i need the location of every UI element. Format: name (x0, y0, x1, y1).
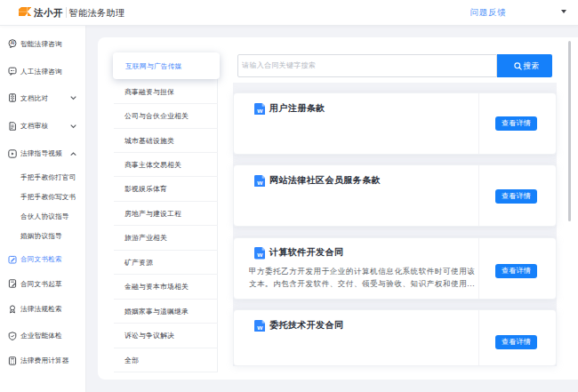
svg-text:w: w (256, 251, 263, 259)
svg-text:w: w (256, 324, 263, 332)
svg-text:w: w (256, 106, 263, 114)
svg-text:w: w (256, 179, 263, 187)
svg-text:AI: AI (11, 42, 15, 46)
